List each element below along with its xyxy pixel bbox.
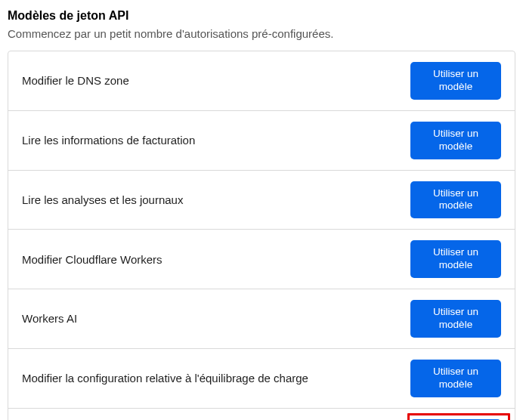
use-template-button-billing[interactable]: Utiliser un modèle: [410, 122, 501, 159]
button-label-line1: Utiliser un: [421, 246, 491, 259]
page-subtitle: Commencez par un petit nombre d'autorisa…: [8, 27, 515, 40]
button-label-line2: modèle: [421, 141, 491, 153]
use-template-button-workers-ai[interactable]: Utiliser un modèle: [410, 300, 501, 338]
button-label-line1: Utiliser un: [421, 128, 491, 141]
use-template-button-load-balancing[interactable]: Utiliser un modèle: [410, 360, 501, 397]
template-row: WordPress Utiliser un modèle: [8, 409, 515, 421]
page-title: Modèles de jeton API: [8, 9, 515, 23]
template-row: Modifier la configuration relative à l'é…: [8, 349, 515, 409]
template-label-workers: Modifier Cloudflare Workers: [22, 253, 162, 266]
template-row: Lire les informations de facturation Uti…: [8, 111, 515, 171]
template-row: Modifier le DNS zone Utiliser un modèle: [8, 51, 515, 111]
template-label-load-balancing: Modifier la configuration relative à l'é…: [22, 372, 308, 384]
template-label-billing: Lire les informations de facturation: [22, 134, 195, 147]
button-label-line2: modèle: [421, 199, 491, 212]
use-template-button-workers[interactable]: Utiliser un modèle: [410, 240, 501, 278]
button-label-line1: Utiliser un: [421, 68, 491, 81]
button-label-line2: modèle: [421, 378, 491, 391]
template-label-workers-ai: Workers AI: [22, 312, 77, 325]
button-label-line1: Utiliser un: [421, 187, 491, 200]
use-template-button-dns[interactable]: Utiliser un modèle: [410, 62, 501, 100]
template-row: Lire les analyses et les journaux Utilis…: [8, 171, 515, 230]
button-label-line1: Utiliser un: [421, 366, 491, 378]
template-label-analytics: Lire les analyses et les journaux: [22, 193, 183, 206]
template-row: Modifier Cloudflare Workers Utiliser un …: [8, 230, 515, 289]
template-row: Workers AI Utiliser un modèle: [8, 289, 515, 349]
button-label-line2: modèle: [421, 259, 491, 272]
button-label-line2: modèle: [421, 319, 491, 332]
template-label-dns: Modifier le DNS zone: [22, 74, 129, 87]
button-label-line2: modèle: [421, 81, 491, 94]
template-list: Modifier le DNS zone Utiliser un modèle …: [8, 51, 515, 420]
button-label-line1: Utiliser un: [421, 306, 491, 319]
use-template-button-analytics[interactable]: Utiliser un modèle: [410, 181, 501, 219]
